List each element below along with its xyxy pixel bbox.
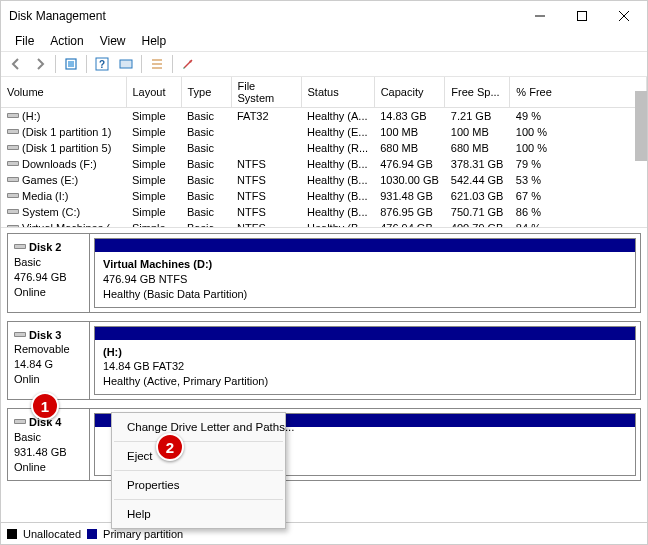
cell-pct: 67 % <box>510 188 647 204</box>
col-pct[interactable]: % Free <box>510 77 647 108</box>
cell-layout: Simple <box>126 124 181 140</box>
volume-row[interactable]: (H:)SimpleBasicFAT32Healthy (A...14.83 G… <box>1 108 647 125</box>
separator <box>172 55 173 73</box>
forward-button[interactable] <box>29 53 51 75</box>
ctx-change-drive-letter[interactable]: Change Drive Letter and Paths... <box>113 416 284 438</box>
col-fs[interactable]: File System <box>231 77 301 108</box>
volume-row[interactable]: (Disk 1 partition 5)SimpleBasicHealthy (… <box>1 140 647 156</box>
cell-fs <box>231 124 301 140</box>
disk-row[interactable]: Disk 3 Removable 14.84 G Onlin (H:) 14.8… <box>7 321 641 401</box>
context-menu: Change Drive Letter and Paths... Eject P… <box>111 412 286 529</box>
svg-rect-17 <box>8 194 18 197</box>
cell-status: Healthy (A... <box>301 108 374 125</box>
cell-fs: FAT32 <box>231 108 301 125</box>
cell-layout: Simple <box>126 204 181 220</box>
cell-free: 400.79 GB <box>445 220 510 227</box>
legend-swatch-unallocated <box>7 529 17 539</box>
cell-free: 542.44 GB <box>445 172 510 188</box>
properties-button[interactable] <box>177 53 199 75</box>
disk-summary: Disk 4 Basic 931.48 GB Online <box>8 409 90 480</box>
menu-help[interactable]: Help <box>134 32 175 50</box>
volume-row[interactable]: Games (E:)SimpleBasicNTFSHealthy (B...10… <box>1 172 647 188</box>
volume-row[interactable]: Media (I:)SimpleBasicNTFSHealthy (B...93… <box>1 188 647 204</box>
disk-row[interactable]: Disk 4 Basic 931.48 GB Online <box>7 408 641 481</box>
volume-row[interactable]: Downloads (F:)SimpleBasicNTFSHealthy (B.… <box>1 156 647 172</box>
col-free[interactable]: Free Sp... <box>445 77 510 108</box>
cell-pct: 53 % <box>510 172 647 188</box>
cell-layout: Simple <box>126 156 181 172</box>
volume-row[interactable]: System (C:)SimpleBasicNTFSHealthy (B...8… <box>1 204 647 220</box>
maximize-button[interactable] <box>561 2 603 30</box>
svg-rect-9 <box>8 130 18 133</box>
svg-rect-11 <box>8 146 18 149</box>
menubar: File Action View Help <box>1 31 647 51</box>
partition[interactable]: (H:) 14.84 GB FAT32 Healthy (Active, Pri… <box>94 326 636 396</box>
cell-status: Healthy (E... <box>301 124 374 140</box>
cell-fs: NTFS <box>231 204 301 220</box>
volume-row[interactable]: (Disk 1 partition 1)SimpleBasicHealthy (… <box>1 124 647 140</box>
cell-free: 621.03 GB <box>445 188 510 204</box>
refresh-button[interactable] <box>60 53 82 75</box>
ctx-eject[interactable]: Eject <box>113 445 284 467</box>
separator <box>55 55 56 73</box>
disk-partitions: (H:) 14.84 GB FAT32 Healthy (Active, Pri… <box>90 322 640 400</box>
cell-capacity: 476.94 GB <box>374 156 445 172</box>
col-volume[interactable]: Volume <box>1 77 126 108</box>
disk-pane: Disk 2 Basic 476.94 GB Online Virtual Ma… <box>1 231 647 522</box>
cell-capacity: 1030.00 GB <box>374 172 445 188</box>
ctx-properties[interactable]: Properties <box>113 474 284 496</box>
cell-status: Healthy (B... <box>301 188 374 204</box>
action-button[interactable] <box>115 53 137 75</box>
disk-icon <box>7 206 19 216</box>
menu-file[interactable]: File <box>7 32 42 50</box>
disk-icon <box>7 126 19 136</box>
cell-pct: 100 % <box>510 140 647 156</box>
cell-free: 680 MB <box>445 140 510 156</box>
disk-partitions: Virtual Machines (D:) 476.94 GB NTFS Hea… <box>90 234 640 312</box>
cell-fs: NTFS <box>231 220 301 227</box>
titlebar: Disk Management <box>1 1 647 31</box>
cell-volume: System (C:) <box>1 204 126 220</box>
ctx-help[interactable]: Help <box>113 503 284 525</box>
svg-rect-23 <box>15 245 25 248</box>
col-capacity[interactable]: Capacity <box>374 77 445 108</box>
separator <box>114 470 283 471</box>
col-layout[interactable]: Layout <box>126 77 181 108</box>
col-status[interactable]: Status <box>301 77 374 108</box>
cell-capacity: 14.83 GB <box>374 108 445 125</box>
disk-row[interactable]: Disk 2 Basic 476.94 GB Online Virtual Ma… <box>7 233 641 313</box>
minimize-button[interactable] <box>519 2 561 30</box>
cell-free: 7.21 GB <box>445 108 510 125</box>
svg-text:?: ? <box>99 59 105 70</box>
col-type[interactable]: Type <box>181 77 231 108</box>
cell-capacity: 100 MB <box>374 124 445 140</box>
back-button[interactable] <box>5 53 27 75</box>
volume-table-wrap: Volume Layout Type File System Status Ca… <box>1 77 647 227</box>
help-button[interactable]: ? <box>91 53 113 75</box>
disk-icon <box>7 222 19 227</box>
cell-pct: 79 % <box>510 156 647 172</box>
partition[interactable]: Virtual Machines (D:) 476.94 GB NTFS Hea… <box>94 238 636 308</box>
volume-row[interactable]: Virtual Machines (...SimpleBasicNTFSHeal… <box>1 220 647 227</box>
disk-summary: Disk 3 Removable 14.84 G Onlin <box>8 322 90 400</box>
legend-swatch-primary <box>87 529 97 539</box>
cell-free: 750.71 GB <box>445 204 510 220</box>
svg-rect-13 <box>8 162 18 165</box>
disk-icon <box>14 328 26 338</box>
content-area: Volume Layout Type File System Status Ca… <box>1 77 647 522</box>
cell-layout: Simple <box>126 172 181 188</box>
legend-primary: Primary partition <box>103 528 183 540</box>
cell-status: Healthy (B... <box>301 156 374 172</box>
close-button[interactable] <box>603 2 645 30</box>
list-button[interactable] <box>146 53 168 75</box>
cell-volume: (H:) <box>1 108 126 125</box>
menu-action[interactable]: Action <box>42 32 91 50</box>
cell-volume: Media (I:) <box>1 188 126 204</box>
svg-rect-25 <box>15 333 25 336</box>
svg-rect-0 <box>578 12 587 21</box>
cell-type: Basic <box>181 204 231 220</box>
cell-capacity: 476.94 GB <box>374 220 445 227</box>
cell-status: Healthy (B... <box>301 204 374 220</box>
partition-header <box>95 239 635 252</box>
menu-view[interactable]: View <box>92 32 134 50</box>
